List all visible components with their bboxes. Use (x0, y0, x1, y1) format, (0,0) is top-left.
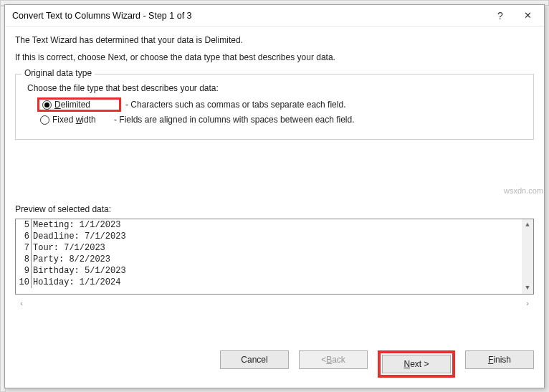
finish-button[interactable]: Finish (465, 350, 534, 369)
scroll-up-icon[interactable]: ▲ (522, 219, 533, 231)
dialog-title: Convert Text to Columns Wizard - Step 1 … (12, 11, 192, 21)
preview-row: 10Holiday: 1/1/2024 (16, 277, 522, 288)
radio-delimited[interactable] (42, 100, 52, 110)
scroll-left-icon[interactable]: ‹ (15, 299, 28, 307)
back-button: < Back (299, 350, 368, 369)
highlight-next: Next > (378, 350, 455, 378)
preview-label: Preview of selected data: (15, 204, 534, 214)
next-button[interactable]: Next > (382, 355, 451, 373)
radio-row-fixed[interactable]: Fixed width - Fields are aligned in colu… (40, 115, 526, 125)
scroll-down-icon[interactable]: ▼ (522, 282, 533, 294)
preview-row: 7Tour: 7/1/2023 (16, 242, 522, 254)
button-row: Cancel < Back Next > Finish (5, 338, 544, 388)
preview-row: 6Deadline: 7/1/2023 (16, 231, 522, 242)
help-button[interactable]: ? (487, 6, 514, 26)
preview-inner: 5Meeting: 1/1/2023 6Deadline: 7/1/2023 7… (16, 219, 522, 294)
preview-box: 5Meeting: 1/1/2023 6Deadline: 7/1/2023 7… (15, 219, 534, 295)
group-legend: Original data type (22, 68, 95, 78)
preview-row: 8Party: 8/2/2023 (16, 254, 522, 265)
preview-row: 9Birthday: 5/1/2023 (16, 265, 522, 277)
cancel-button[interactable]: Cancel (220, 350, 289, 369)
preview-row: 5Meeting: 1/1/2023 (16, 219, 522, 231)
radio-fixed-label: Fixed width (52, 115, 114, 125)
radio-fixed[interactable] (40, 115, 49, 125)
choose-label: Choose the file type that best describes… (27, 83, 526, 93)
titlebar: Convert Text to Columns Wizard - Step 1 … (5, 5, 544, 27)
radio-delimited-desc: - Characters such as commas or tabs sepa… (125, 100, 345, 110)
close-button[interactable]: ✕ (514, 6, 541, 26)
original-data-type-group: Original data type Choose the file type … (15, 74, 534, 140)
highlight-delimited: Delimited (37, 97, 121, 112)
wizard-dialog: Convert Text to Columns Wizard - Step 1 … (4, 4, 545, 388)
intro-line-2: If this is correct, choose Next, or choo… (15, 52, 534, 62)
radio-fixed-desc: - Fields are aligned in columns with spa… (114, 115, 355, 125)
scroll-right-icon[interactable]: › (521, 299, 534, 307)
preview-scrollbar-horizontal[interactable]: ‹ › (15, 296, 534, 310)
radio-row-delimited[interactable]: Delimited - Characters such as commas or… (40, 99, 526, 110)
watermark: wsxdn.com (504, 186, 543, 195)
radio-delimited-label: Delimited (54, 100, 116, 110)
intro-line-1: The Text Wizard has determined that your… (15, 35, 534, 45)
dialog-content: The Text Wizard has determined that your… (5, 27, 544, 338)
preview-scrollbar-vertical[interactable]: ▲ ▼ (522, 219, 533, 294)
